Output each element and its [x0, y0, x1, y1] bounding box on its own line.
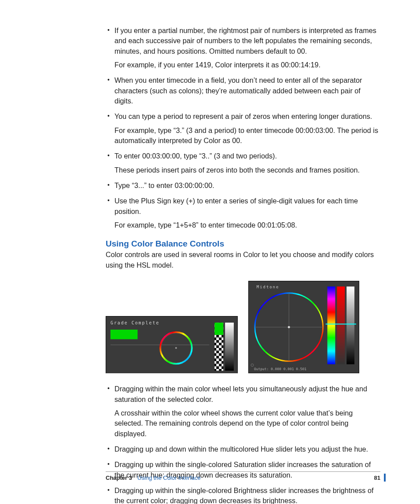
svg-point-13	[288, 326, 290, 328]
bullet-sub: For example, type “1+5+8” to enter timec…	[114, 220, 380, 230]
bullet-text: Dragging within the main color wheel let…	[114, 385, 367, 403]
brightness-slider	[346, 287, 354, 364]
list-item: If you enter a partial number, the right…	[106, 26, 380, 70]
bullet-text: You can type a period to represent a pai…	[114, 112, 372, 120]
section-heading: Using Color Balance Controls	[106, 239, 380, 249]
list-item: To enter 00:03:00:00, type “3..” (3 and …	[106, 151, 380, 175]
bullet-sub: These periods insert pairs of zeros into…	[114, 165, 380, 175]
bullet-text: Use the Plus Sign key (+) to enter a ser…	[114, 197, 358, 215]
figure-grade-complete: Grade Complete	[106, 316, 238, 373]
bullet-text: Type “3...” to enter 03:00:00:00.	[114, 181, 214, 189]
brightness-slider	[225, 323, 234, 371]
list-item: Use the Plus Sign key (+) to enter a ser…	[106, 196, 380, 230]
bullet-text: Dragging up within the single-colored Br…	[114, 486, 373, 504]
swatch-green	[111, 330, 138, 339]
svg-rect-8	[214, 323, 223, 335]
list-item: You can type a period to represent a pai…	[106, 111, 380, 146]
section-intro: Color controls are used in several rooms…	[106, 250, 380, 270]
list-item: Dragging up and down within the multicol…	[106, 444, 380, 454]
page-number: 81	[374, 475, 380, 481]
bullet-sub: For example, type “3.” (3 and a period) …	[114, 125, 380, 146]
chapter-title: Using the Color Interface	[137, 475, 374, 481]
output-readout: Output: 0.000 0.001 0.501	[254, 368, 306, 372]
list-item: Dragging up within the single-colored Br…	[106, 486, 380, 504]
page-accent-bar	[384, 474, 386, 482]
color-wheel-icon	[255, 293, 323, 361]
chapter-label: Chapter 3	[106, 475, 132, 481]
bullet-text: If you enter a partial number, the right…	[114, 26, 376, 55]
list-item: Dragging within the main color wheel let…	[106, 384, 380, 439]
list-item: When you enter timecode in a field, you …	[106, 75, 380, 106]
figure-midtone: Midtone	[248, 281, 359, 373]
fig-label: Grade Complete	[111, 320, 159, 325]
fig-label: Midtone	[257, 285, 279, 289]
bullet-list-top: If you enter a partial number, the right…	[106, 26, 380, 230]
bullet-list-bottom: Dragging within the main color wheel let…	[106, 384, 380, 504]
list-item: Type “3...” to enter 03:00:00:00.	[106, 180, 380, 191]
svg-point-4	[175, 347, 177, 349]
saturation-slider	[337, 287, 345, 364]
figure-row: Grade Complete	[106, 281, 380, 373]
bullet-sub: A crosshair within the color wheel shows…	[114, 408, 380, 439]
bullet-text: Dragging up and down within the multicol…	[114, 445, 368, 453]
bullet-text: To enter 00:03:00:00, type “3..” (3 and …	[114, 152, 277, 160]
bullet-sub: For example, if you enter 1419, Color in…	[114, 60, 380, 70]
page-footer: Chapter 3 Using the Color Interface 81	[106, 471, 380, 481]
bullet-text: When you enter timecode in a field, you …	[114, 76, 362, 105]
hue-slider	[328, 287, 335, 364]
